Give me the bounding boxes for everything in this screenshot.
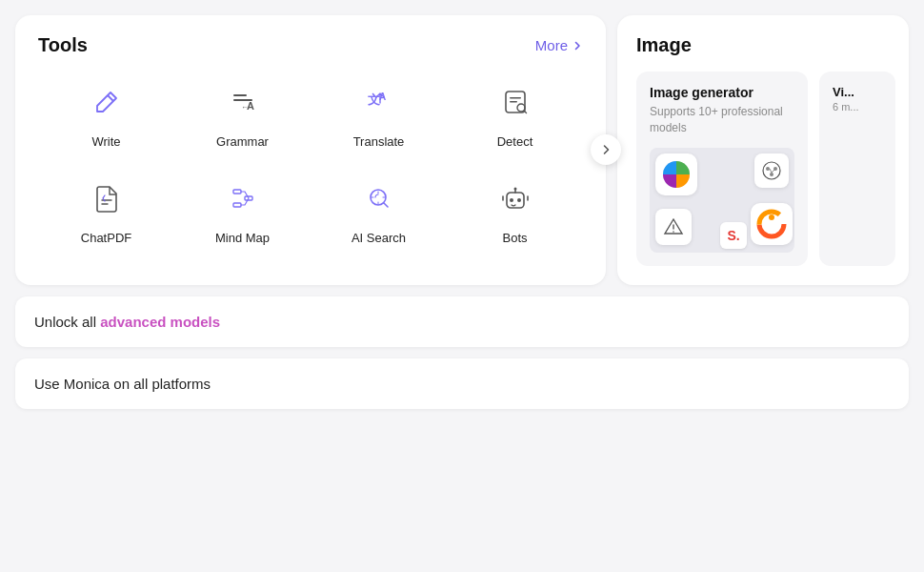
chatpdf-label: ChatPDF (81, 231, 131, 245)
svg-point-20 (766, 167, 770, 171)
tools-header: Tools More (38, 34, 583, 56)
chevron-right-icon (599, 143, 613, 156)
svg-point-16 (517, 198, 521, 202)
tool-item-detect[interactable]: Detect (447, 79, 583, 149)
detect-label: Detect (497, 134, 533, 149)
tool-item-grammar[interactable]: A ← Grammar (174, 79, 311, 149)
grammar-icon: A ← (220, 79, 266, 125)
svg-point-17 (513, 188, 516, 191)
image-generator-title: Image generator (650, 85, 794, 100)
grammar-label: Grammar (216, 134, 269, 149)
svg-rect-7 (510, 97, 521, 99)
mindmap-icon (220, 175, 266, 221)
svg-point-28 (769, 214, 774, 220)
write-icon (84, 79, 130, 125)
tool-item-bots[interactable]: Bots (447, 175, 583, 245)
tools-grid: Write A ← Grammar (38, 79, 583, 245)
unlock-prefix: Unlock all (34, 314, 100, 330)
tool-item-translate[interactable]: 文 A Translate (311, 79, 447, 149)
unlock-banner[interactable]: Unlock all advanced models (15, 296, 909, 347)
image-generator-item[interactable]: Image generator Supports 10+ professiona… (636, 72, 808, 266)
tools-card: Tools More Writ (15, 15, 606, 285)
tool-item-write[interactable]: Write (38, 79, 174, 149)
chatpdf-icon (84, 175, 130, 221)
image-section-title: Image (636, 34, 890, 56)
translate-label: Translate (353, 134, 405, 149)
svg-point-24 (673, 231, 674, 233)
svg-rect-10 (233, 190, 241, 194)
top-row: Tools More Writ (15, 15, 909, 285)
tool-item-chatpdf[interactable]: ChatPDF (38, 175, 174, 245)
more-link[interactable]: More (535, 37, 583, 53)
aisearch-label: AI Search (352, 231, 406, 245)
bots-icon (492, 175, 538, 221)
aisearch-icon (356, 175, 402, 221)
tool-item-mindmap[interactable]: Mind Map (174, 175, 311, 245)
svg-rect-0 (233, 94, 247, 96)
bots-label: Bots (502, 231, 527, 245)
platforms-text: Use Monica on all platforms (34, 376, 211, 392)
unlock-highlight: advanced models (100, 314, 220, 330)
image-generator-preview: S. (650, 148, 794, 253)
image-generator-desc: Supports 10+ professional models (650, 104, 794, 136)
svg-point-19 (763, 162, 780, 179)
main-container: Tools More Writ (0, 0, 924, 424)
svg-text:←: ← (241, 103, 249, 112)
svg-point-15 (510, 198, 513, 202)
mindmap-label: Mind Map (215, 231, 270, 245)
chevron-right-icon (572, 40, 583, 51)
translate-icon: 文 A (356, 79, 402, 125)
scroll-right-button[interactable] (591, 134, 621, 165)
svg-rect-11 (233, 203, 241, 207)
tools-title: Tools (38, 34, 88, 56)
platforms-banner[interactable]: Use Monica on all platforms (15, 358, 909, 409)
write-label: Write (91, 134, 120, 149)
tool-item-aisearch[interactable]: AI Search (311, 175, 447, 245)
image-items-row: Image generator Supports 10+ professiona… (636, 72, 890, 266)
svg-rect-8 (510, 101, 517, 103)
detect-icon (492, 79, 538, 125)
image-video-item[interactable]: Vi... 6 m... (819, 72, 895, 266)
image-card: Image Image generator Supports 10+ profe… (617, 15, 909, 285)
